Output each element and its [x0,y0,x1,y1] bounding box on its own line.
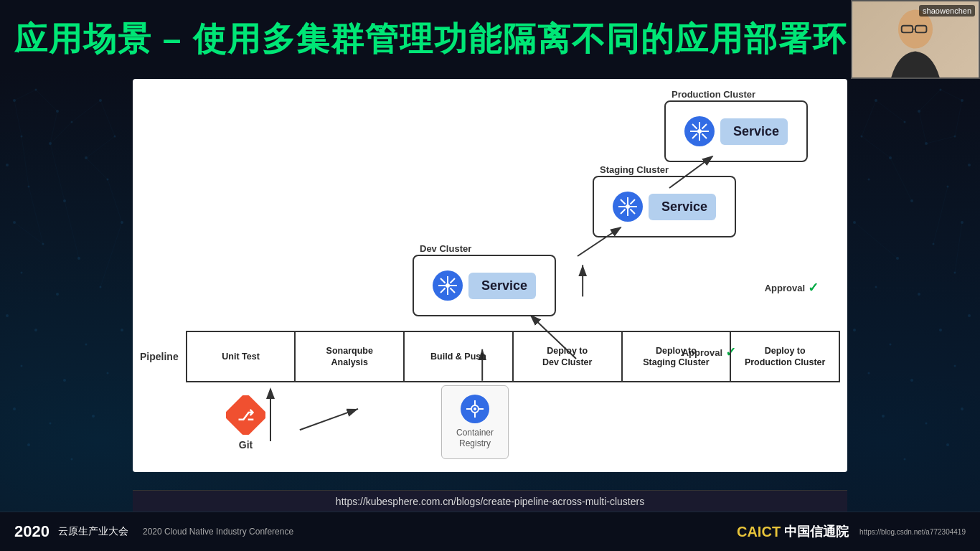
svg-line-37 [72,100,100,122]
svg-line-36 [50,122,72,143]
url-text: https://kubesphere.com.cn/blogs/create-p… [336,496,644,507]
caict-label: CAICT [737,524,781,540]
bg-dots-right [847,79,980,474]
production-k8s-icon [684,116,715,146]
diagram: Production Cluster [133,79,847,472]
git-icon: ⎇ [226,395,265,435]
svg-point-104 [697,129,702,133]
webcam-overlay: shaowenchen [851,0,980,79]
svg-point-68 [968,314,971,317]
svg-line-42 [86,158,108,179]
bottom-cn-text: 云原生产业大会 [58,525,128,538]
svg-point-31 [71,458,73,461]
registry-label: ContainerRegistry [456,428,494,450]
svg-line-40 [22,136,29,187]
svg-point-143 [473,408,476,410]
svg-point-67 [875,286,877,288]
dev-service-label: Service [468,273,536,299]
svg-point-26 [107,372,109,375]
production-service-box: Service [674,110,798,152]
svg-line-83 [955,100,962,136]
svg-point-28 [50,423,52,425]
svg-point-27 [13,408,16,410]
registry-source: ContainerRegistry [441,385,509,459]
stage-deploy-dev: Deploy toDev Cluster [514,332,623,381]
svg-text:⎇: ⎇ [237,408,254,423]
stage-sonarqube: SonarqubeAnalysis [296,332,405,381]
svg-line-44 [29,187,43,244]
svg-line-101 [300,409,358,430]
svg-line-45 [65,201,79,258]
stage-unit-test: Unit Test [187,332,296,381]
dev-cluster-label: Dev Cluster [420,243,471,254]
bottom-logo: CAICT 中国信通院 https://blog.csdn.net/a77230… [737,523,966,540]
svg-line-86 [862,100,876,136]
staging-service-label: Service [649,194,716,220]
svg-point-53 [968,164,971,166]
registry-icon [461,395,489,423]
page-title: 应用场景 – 使用多集群管理功能隔离不同的应用部署环 [14,17,847,62]
svg-point-74 [868,372,870,375]
svg-line-90 [854,222,897,258]
pipeline-label: Pipeline [140,351,179,362]
staging-cluster-label: Staging Cluster [600,164,669,175]
check-icon-1: ✓ [808,280,819,296]
svg-line-91 [955,222,962,273]
bottom-year: 2020 [14,522,50,541]
svg-point-24 [21,365,23,367]
svg-point-23 [121,329,123,331]
pipeline-row: Pipeline Unit Test SonarqubeAnalysis Bui… [140,331,840,382]
svg-line-34 [14,100,22,136]
svg-line-88 [890,158,912,201]
svg-point-124 [446,283,450,288]
bottom-bar: 2020 云原生产业大会 2020 Cloud Native Industry … [0,512,980,551]
svg-point-77 [882,415,885,418]
stage-build-push: Build & Push [405,332,514,381]
bg-dots-left [0,79,133,474]
svg-line-43 [108,179,122,222]
stage-deploy-production: Deploy toProduction Cluster [731,332,839,381]
svg-point-76 [925,423,928,425]
svg-point-20 [6,314,9,317]
svg-point-30 [27,443,30,446]
svg-line-85 [876,100,905,122]
url-bar: https://kubesphere.com.cn/blogs/create-p… [133,490,847,512]
svg-point-69 [939,329,942,331]
stage-deploy-staging: Deploy toStaging Cluster [623,332,732,381]
git-source: ⎇ Git [226,395,265,451]
bottom-en-text: 2020 Cloud Native Industry Conference [143,527,293,537]
production-cluster-label: Production Cluster [672,89,755,100]
staging-k8s-icon [613,192,643,222]
production-cluster-box: Production Cluster [664,100,808,162]
svg-line-39 [86,136,115,158]
registry-box: ContainerRegistry [441,385,509,459]
svg-line-84 [926,136,955,143]
bottom-blog-url: https://blog.csdn.net/a772304419 [859,528,966,536]
svg-line-47 [100,222,122,287]
svg-line-32 [14,90,36,100]
svg-point-75 [961,408,963,410]
svg-line-87 [862,136,890,158]
staging-cluster-box: Staging Cluster [593,176,736,237]
svg-line-41 [50,143,65,201]
svg-line-35 [50,111,57,143]
dev-service-box: Service [423,265,546,306]
svg-point-78 [946,443,949,446]
slide-area: Production Cluster [133,79,847,472]
svg-point-66 [918,293,920,296]
svg-point-73 [910,379,913,382]
webcam-username: shaowenchen [919,5,975,17]
svg-line-82 [919,111,926,143]
svg-line-46 [14,222,43,244]
git-label: Git [239,439,253,451]
svg-point-29 [92,415,95,418]
svg-point-25 [63,379,66,382]
svg-line-38 [100,100,115,136]
svg-line-89 [933,187,948,244]
svg-point-70 [890,344,892,346]
svg-point-72 [954,365,956,367]
svg-line-80 [941,90,962,100]
pipeline-stages: Unit Test SonarqubeAnalysis Build & Push… [186,331,840,382]
production-service-label: Service [720,118,788,145]
svg-line-33 [36,90,57,111]
